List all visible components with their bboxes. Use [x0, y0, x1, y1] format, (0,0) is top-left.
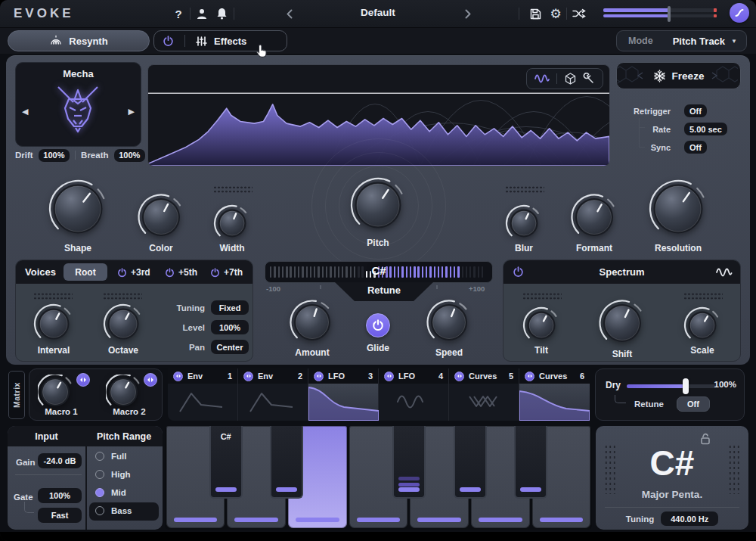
radio-selected[interactable] [95, 488, 104, 497]
resolution-knob[interactable]: Resolution [645, 176, 711, 242]
interval-label: Interval [18, 345, 89, 356]
level-value[interactable]: 100% [211, 320, 249, 334]
formant-knob[interactable]: Formant [569, 192, 619, 242]
scale-name[interactable]: Major Penta. [596, 489, 748, 500]
voice-tab-5th[interactable]: +5th [165, 267, 197, 278]
mod-slot-lfo-3[interactable]: LFO3 [308, 368, 379, 421]
effects-tab[interactable]: Effects [153, 30, 287, 51]
freeze-button[interactable]: Freeze [616, 62, 741, 89]
mode-dropdown[interactable]: Mode Pitch Track ▼ [616, 30, 747, 51]
divider [15, 474, 82, 475]
macro2-knob[interactable] [106, 375, 141, 409]
mod-source-icon[interactable] [454, 372, 464, 381]
radio-unselected[interactable] [95, 506, 104, 515]
retune-speed-knob[interactable]: Speed [425, 298, 473, 347]
mod-slot-lfo-4[interactable]: LFO4 [379, 368, 449, 421]
macro2-mod-button[interactable] [144, 373, 157, 387]
mod-slot-env-2[interactable]: Env2 [238, 368, 308, 421]
dry-label: Dry [606, 380, 621, 390]
drift-value[interactable]: 100% [39, 149, 70, 162]
shift-knob[interactable]: Shift [597, 298, 647, 348]
cube-3d-icon[interactable] [565, 73, 576, 85]
spectrum-title: Spectrum [503, 266, 740, 278]
glide-power-button[interactable] [366, 313, 390, 337]
pan-value[interactable]: Center [211, 340, 249, 354]
bell-icon[interactable] [214, 5, 229, 22]
radio-unselected[interactable] [95, 452, 104, 461]
width-knob[interactable]: Width [213, 204, 251, 242]
black-key-Fs[interactable] [392, 426, 426, 499]
dry-slider[interactable] [627, 384, 716, 388]
help-icon[interactable]: ? [172, 5, 184, 22]
octave-label: Octave [88, 345, 159, 356]
color-knob[interactable]: Color [136, 192, 186, 242]
pitch-range-high[interactable]: High [95, 470, 131, 479]
keyboard[interactable]: C# [165, 426, 592, 530]
waveform-view-icon[interactable] [534, 73, 550, 85]
gate-value[interactable]: 100% [38, 488, 82, 503]
voice-tab-3rd[interactable]: +3rd [117, 267, 150, 278]
mod-source-icon[interactable] [384, 372, 394, 381]
black-key-Ds[interactable] [270, 426, 303, 499]
preset-prev-button[interactable] [284, 5, 295, 22]
voice-tab-root[interactable]: Root [64, 263, 107, 281]
gear-icon[interactable]: ⚙ [547, 5, 564, 22]
black-key-Gs[interactable] [454, 426, 487, 499]
macro1-mod-button[interactable] [76, 373, 90, 387]
tilt-knob[interactable]: Tilt [522, 306, 560, 344]
key-range-bar [520, 487, 541, 492]
meter-gain-handle[interactable] [668, 6, 671, 22]
pitch-range-full[interactable]: Full [95, 452, 126, 461]
pitch-range-bass[interactable]: Bass [95, 506, 132, 515]
output-level-meter[interactable] [603, 8, 717, 20]
black-key-As[interactable] [514, 426, 547, 499]
pitch-range-mid[interactable]: Mid [95, 488, 126, 497]
gate-speed-value[interactable]: Fast [38, 508, 82, 523]
glide-toggle[interactable]: Glide [364, 311, 392, 340]
shuffle-icon[interactable] [570, 5, 588, 22]
preset-next-arrow[interactable]: ▶ [129, 107, 135, 117]
wrench-icon[interactable] [583, 73, 595, 85]
mod-slot-env-1[interactable]: Env1 [168, 368, 238, 421]
mod-source-icon[interactable] [243, 372, 253, 381]
dry-slider-handle[interactable] [683, 378, 689, 394]
freeze-sync-value[interactable]: Off [684, 141, 707, 154]
preset-prev-arrow[interactable]: ◀ [22, 107, 28, 117]
gain-value[interactable]: -24.0 dB [38, 453, 82, 468]
retune-amount-knob[interactable]: Amount [288, 298, 336, 347]
mod-source-icon[interactable] [314, 372, 324, 381]
shape-knob[interactable]: Shape [45, 176, 111, 242]
scale-panel: C# Major Penta. Tuning 440.00 Hz [596, 426, 748, 530]
user-icon[interactable] [194, 5, 209, 22]
key-range-bar [215, 487, 237, 492]
freeze-rate-value[interactable]: 5.00 sec [684, 123, 727, 135]
waveform-icon[interactable] [716, 266, 733, 278]
tuning-value[interactable]: 440.00 Hz [661, 511, 718, 526]
voices-panel: Voices Root +3rd+5th+7th Interval Octave… [15, 260, 253, 362]
preset-next-button[interactable] [463, 5, 473, 22]
matrix-retune-value[interactable]: Off [677, 396, 710, 412]
save-icon[interactable] [527, 5, 544, 22]
radio-unselected[interactable] [95, 470, 104, 479]
preset-name[interactable]: Default [333, 7, 423, 18]
soft-clip-button[interactable] [730, 3, 749, 23]
tuning-value[interactable]: Fixed [211, 300, 249, 315]
octave-knob[interactable]: Octave [103, 303, 144, 344]
mod-source-icon[interactable] [525, 372, 534, 381]
pitch-knob[interactable]: Pitch [346, 173, 410, 237]
breath-value[interactable]: 100% [114, 149, 145, 162]
resynth-tab[interactable]: Resynth [8, 30, 150, 51]
mod-slot-curves-5[interactable]: Curves5 [449, 368, 519, 421]
power-icon[interactable] [163, 36, 174, 47]
freeze-retrigger-value[interactable]: Off [684, 104, 707, 117]
scale-root-note[interactable]: C# [596, 443, 748, 483]
mod-slot-curves-6[interactable]: Curves6 [519, 368, 590, 421]
voice-tab-7th[interactable]: +7th [210, 267, 243, 278]
macro1-knob[interactable] [38, 375, 73, 409]
mod-source-icon[interactable] [173, 372, 183, 381]
black-key-Cs[interactable]: C# [209, 426, 243, 499]
scale-knob[interactable]: Scale [683, 306, 721, 344]
retune-meter[interactable]: C# [265, 261, 493, 283]
blur-knob[interactable]: Blur [505, 204, 543, 242]
interval-knob[interactable]: Interval [33, 303, 74, 344]
